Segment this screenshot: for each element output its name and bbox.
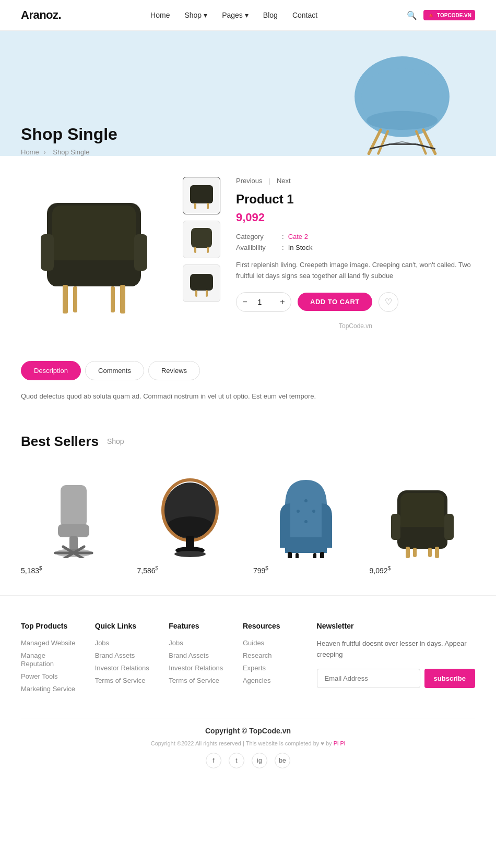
nav-blog[interactable]: Blog	[263, 11, 278, 19]
thumbnail-2[interactable]	[183, 221, 220, 258]
product-card-4[interactable]: 9,092$	[370, 464, 476, 575]
nav-home[interactable]: Home	[150, 11, 170, 19]
product-card-image-1	[21, 464, 127, 558]
product-card-image-4	[370, 464, 476, 558]
product-title: Product 1	[236, 192, 475, 207]
breadcrumb-home[interactable]: Home	[21, 148, 39, 156]
footer-quick-links: Quick Links Jobs Brand Assets Investor R…	[95, 622, 153, 697]
footer-link-investor-relations-1[interactable]: Investor Relations	[95, 664, 149, 672]
svg-rect-12	[52, 206, 136, 263]
tabs-section: Description Comments Reviews Quod delect…	[0, 351, 496, 418]
search-button[interactable]: 🔍	[407, 10, 417, 20]
svg-rect-53	[397, 527, 447, 549]
footer-link-manage-reputation[interactable]: Manage Reputation	[21, 652, 54, 668]
prev-product-link[interactable]: Previous	[236, 177, 263, 185]
wishlist-button[interactable]: ♡	[379, 292, 398, 312]
next-product-link[interactable]: Next	[277, 177, 291, 185]
main-nav: Home Shop ▾ Pages ▾ Blog Contact	[150, 11, 317, 19]
svg-rect-43	[288, 552, 292, 558]
topcode-badge: 🔺 TOPCODE.VN	[423, 10, 475, 20]
facebook-icon[interactable]: f	[206, 753, 221, 768]
footer-link-terms-2[interactable]: Terms of Service	[169, 677, 219, 684]
tab-reviews[interactable]: Reviews	[148, 361, 200, 380]
svg-rect-42	[285, 537, 327, 553]
footer-link-investor-relations-2[interactable]: Investor Relations	[169, 664, 223, 672]
product-card-image-2	[137, 464, 243, 558]
svg-rect-56	[406, 547, 410, 558]
chevron-down-icon: ▾	[245, 11, 249, 19]
footer-link-managed-website[interactable]: Managed Website	[21, 639, 76, 647]
svg-point-50	[304, 520, 308, 523]
svg-rect-13	[50, 260, 138, 286]
nav-shop[interactable]: Shop ▾	[184, 11, 207, 19]
availability-value: In Stock	[288, 244, 313, 251]
newsletter-description: Heaven fruitful doesnt over lesser in da…	[317, 638, 475, 660]
availability-label: Availibility	[236, 244, 278, 251]
heart-icon: ♡	[385, 297, 392, 307]
chevron-down-icon: ▾	[204, 11, 207, 19]
svg-rect-59	[428, 548, 432, 557]
svg-rect-18	[73, 286, 77, 312]
breadcrumb: Home › Shop Single	[21, 148, 117, 156]
footer-link-brand-assets-1[interactable]: Brand Assets	[95, 652, 135, 659]
footer-link-brand-assets-2[interactable]: Brand Assets	[169, 652, 209, 659]
svg-rect-54	[391, 514, 400, 540]
quantity-decrease-button[interactable]: −	[237, 293, 253, 311]
footer-link-terms-1[interactable]: Terms of Service	[95, 677, 146, 684]
footer-bottom: Copyright © TopCode.vn Copyright ©2022 A…	[21, 718, 475, 768]
newsletter-form: subscribe	[317, 669, 475, 688]
subscribe-button[interactable]: subscribe	[424, 669, 475, 688]
product-thumbnails	[183, 177, 220, 302]
nav-contact[interactable]: Contact	[292, 11, 317, 19]
product-card-1[interactable]: 5,183$	[21, 464, 127, 575]
footer-newsletter: Newsletter Heaven fruitful doesnt over l…	[317, 622, 475, 697]
add-to-cart-button[interactable]: ADD TO CART	[298, 293, 372, 311]
shop-link[interactable]: Shop	[107, 437, 124, 445]
newsletter-email-input[interactable]	[317, 669, 420, 688]
svg-rect-20	[190, 185, 213, 203]
product-card-price-3: 799$	[253, 565, 359, 575]
footer-author-link[interactable]: Pi Pi	[334, 740, 346, 746]
category-value: Cate 2	[288, 233, 308, 240]
footer-top-products: Top Products Managed Website Manage Repu…	[21, 622, 79, 697]
thumbnail-3[interactable]	[183, 264, 220, 302]
nav-pages[interactable]: Pages ▾	[222, 11, 249, 19]
svg-rect-30	[58, 524, 89, 537]
tab-comments[interactable]: Comments	[85, 361, 144, 380]
quantity-increase-button[interactable]: +	[274, 293, 291, 311]
footer-link-experts[interactable]: Experts	[243, 664, 266, 672]
quantity-input[interactable]	[253, 298, 274, 306]
product-section: Previous | Next Product 1 9,092 Category…	[0, 156, 496, 351]
footer-link-jobs-1[interactable]: Jobs	[95, 639, 109, 647]
svg-rect-55	[444, 514, 454, 540]
best-sellers-section: Best Sellers Shop 5,183	[0, 418, 496, 596]
footer-link-research[interactable]: Research	[243, 652, 272, 659]
footer-link-jobs-2[interactable]: Jobs	[169, 639, 183, 647]
newsletter-title: Newsletter	[317, 622, 475, 630]
product-card-2[interactable]: 7,586$	[137, 464, 243, 575]
twitter-icon[interactable]: t	[229, 753, 244, 768]
svg-point-1	[367, 111, 438, 130]
logo[interactable]: Aranoz.	[21, 8, 61, 22]
svg-rect-45	[296, 553, 299, 558]
footer-social: f t ig be	[21, 753, 475, 768]
svg-rect-58	[413, 548, 417, 557]
footer-col-title-features: Features	[169, 622, 227, 630]
footer-link-guides[interactable]: Guides	[243, 639, 264, 647]
footer-link-marketing-service[interactable]: Marketing Service	[21, 685, 75, 693]
heart-icon: ♥	[321, 740, 324, 746]
nav-separator: |	[269, 177, 270, 185]
products-grid: 5,183$ 7,586$	[21, 464, 475, 575]
section-title: Best Sellers	[21, 433, 99, 450]
tab-description[interactable]: Description	[21, 361, 81, 380]
thumbnail-1[interactable]	[183, 177, 220, 214]
footer-link-power-tools[interactable]: Power Tools	[21, 672, 58, 680]
footer-link-agencies[interactable]: Agencies	[243, 677, 270, 684]
svg-rect-14	[41, 234, 54, 271]
instagram-icon[interactable]: ig	[252, 753, 267, 768]
product-card-3[interactable]: 799$	[253, 464, 359, 575]
product-card-price-1: 5,183$	[21, 565, 127, 575]
svg-rect-46	[313, 553, 316, 558]
behance-icon[interactable]: be	[275, 753, 290, 768]
product-navigation: Previous | Next	[236, 177, 475, 185]
